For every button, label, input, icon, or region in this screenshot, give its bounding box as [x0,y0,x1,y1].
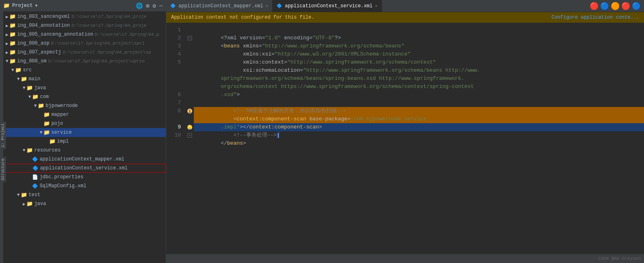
code-val: "com.bjpowernode.service [350,116,426,122]
opera-icon[interactable]: 🔴 [621,2,630,11]
folder-icon: 📁 [15,67,21,73]
tree-item-service[interactable]: ▼ 📁 service [0,128,166,137]
tree-item-jdbc[interactable]: ▶ 📄 jdbc.properties [0,173,166,182]
tree-item-ing008[interactable]: ▼ 📁 ing_008_sm D:\course\17.Spring\04_pr… [0,57,166,66]
tree-item-test[interactable]: ▼ 📁 test [0,190,166,199]
tree-item-bjpowernode[interactable]: ▼ 📁 bjpowernode [0,101,166,110]
code-line-6 [194,91,644,99]
tree-label: ing_007_aspectj [17,49,61,55]
structure-tab[interactable]: Structure [0,157,6,182]
tree-label: java [34,85,46,91]
globe-icon[interactable]: 🌐 [136,2,143,9]
tree-item-ing004[interactable]: ▶ 📁 ing_004_annotation D:\course\17.Spri… [0,21,166,30]
gutter-8: i [186,107,194,115]
props-file-icon: 📄 [32,174,38,180]
line-num-7: 7 [166,99,181,107]
tree-label: java [34,201,46,207]
tree-path: D:\course\17.Spring\04_project\sp [63,50,151,55]
minus-icon[interactable]: — [159,2,163,9]
code-text [240,43,243,49]
gutter-6 [186,91,194,99]
dropdown-icon[interactable]: ▼ [35,4,37,8]
tree-item-src[interactable]: ▼ 📁 src [0,66,166,75]
fold-icon2[interactable] [187,133,192,138]
tree-item-impl[interactable]: ▶ 📁 impl [0,137,166,146]
tree-label: ing_008_sm [17,58,47,64]
code-content[interactable]: <?xml version="1.0" encoding="UTF-8"?> <… [194,23,644,254]
csdn-credit: CSDN @KK-Greyson [598,256,641,261]
code-line-7: <!--SM是基于注解的开发，所以添加包扫描--> [194,99,644,107]
tree-item-java2[interactable]: ▶ 📁 java [0,199,166,208]
folder-icon: 📁 [21,76,27,82]
folder-icon: 📁 [9,58,16,64]
tree-item-appmapper[interactable]: ▶ 🔷 applicationContext_mapper.xml [0,155,166,164]
code-text: > [236,92,240,98]
chevron-icon: ▼ [11,68,14,73]
chevron-icon: ▶ [6,50,9,55]
folder-icon: 📁 [43,129,50,136]
tree-path: D:\course\17.Spring\04_project\spri [51,41,145,46]
sidebar-title: Project [12,3,32,9]
layout-icon[interactable]: ⊞ [146,2,149,9]
folder-icon: 📁 [38,103,44,109]
tree-item-pojo[interactable]: ▶ 📁 pojo [0,119,166,128]
line-numbers: 1 2 3 4 5 5 5 5 6 7 8 8 9 10 [166,23,186,254]
sidebar-header-icons: 🌐 ⊞ ⚙ — [136,2,163,9]
configure-link[interactable]: Configure application conte... [552,15,639,20]
tree-label: test [29,192,41,198]
code-attr: xmlns [243,43,259,49]
chrome-icon[interactable]: 🔵 [600,2,609,11]
line-num-8: 8 [166,107,181,115]
tree-item-java[interactable]: ▼ 📁 java [0,83,166,92]
code-val: springfrmaework.org/schema/beans/spring-… [221,75,464,81]
tree-path: D:\course\17.Spring\04_project\sprin [48,59,145,64]
code-editor[interactable]: 1 2 3 4 5 5 5 5 6 7 8 8 9 10 [166,23,644,254]
tree-item-mapper[interactable]: ▶ 📁 mapper [0,110,166,119]
tree-label: ing_004_annotation [17,23,70,28]
tab-mapper[interactable]: 🔷 applicationContext_mapper.xml ✕ [166,0,273,12]
chevron-icon: ▼ [28,94,31,99]
xml-icon: 🔷 [277,3,282,9]
sidebar-header-left: 📁 Project ▼ [3,2,37,9]
tree-item-resources[interactable]: ▼ 📁 resources [0,146,166,155]
tree-label: src [23,67,32,73]
folder-icon: 📁 [26,201,33,207]
tab-close-mapper[interactable]: ✕ [266,3,268,9]
code-text: <?xml version= [221,35,265,41]
code-text: ?> [335,35,341,41]
tree-item-ing005[interactable]: ▶ 📁 ing_005_sanceng_annotation D:\course… [0,30,166,39]
code-text: = [271,51,275,57]
gear-icon[interactable]: ⚙ [152,2,156,9]
firefox-icon[interactable]: 🔴 [590,2,599,11]
folder-icon: 📁 [9,22,16,29]
svg-text:💡: 💡 [187,125,193,130]
tree-item-com[interactable]: ▼ 📁 com [0,92,166,101]
gutter-3 [186,42,194,50]
tree-item-sqlmap[interactable]: ▶ 🔷 SqlMapConfig.xml [0,182,166,190]
tree-item-appservice[interactable]: ▶ 🔷 applicationContext_service.xml [0,164,166,173]
tree-label: ing_005_sanceng_annotation [17,32,93,37]
safari-icon[interactable]: 🟠 [611,2,620,11]
tab-label: applicationContext_service.xml [285,3,372,9]
gutter-5d [186,83,194,91]
code-text: </ [221,140,227,146]
sidebar-header: 📁 Project ▼ 🌐 ⊞ ⚙ — [0,0,166,11]
tip-icon[interactable]: 💡 [187,124,193,130]
fold-icon[interactable] [187,36,192,41]
editor-area: 🔷 applicationContext_mapper.xml ✕ 🔷 appl… [166,0,644,263]
tab-service[interactable]: 🔷 applicationContext_service.xml ✕ [273,0,382,12]
chevron-icon: ▶ [6,41,9,46]
tree-item-ing003[interactable]: ▶ 📁 ing_003_sancengxml D:\course\17.Spri… [0,12,166,21]
code-tag: context:component-scan [236,116,306,122]
code-attr: base-package [309,116,348,122]
svg-text:i: i [189,109,191,114]
edge-icon[interactable]: 🔵 [632,2,641,11]
tree-item-ing007[interactable]: ▶ 📁 ing_007_aspectj D:\course\17.Spring\… [0,48,166,57]
tree-label: impl [57,139,69,144]
chevron-icon: ▼ [23,86,26,90]
tree-item-ing006[interactable]: ▶ 📁 ing_006_aop D:\course\17.Spring\04_p… [0,39,166,48]
suggest-icon[interactable]: i [187,108,193,114]
project-tab[interactable]: 1: Project [0,122,6,149]
tree-item-main[interactable]: ▼ 📁 main [0,75,166,83]
tab-close-service[interactable]: ✕ [375,3,378,9]
